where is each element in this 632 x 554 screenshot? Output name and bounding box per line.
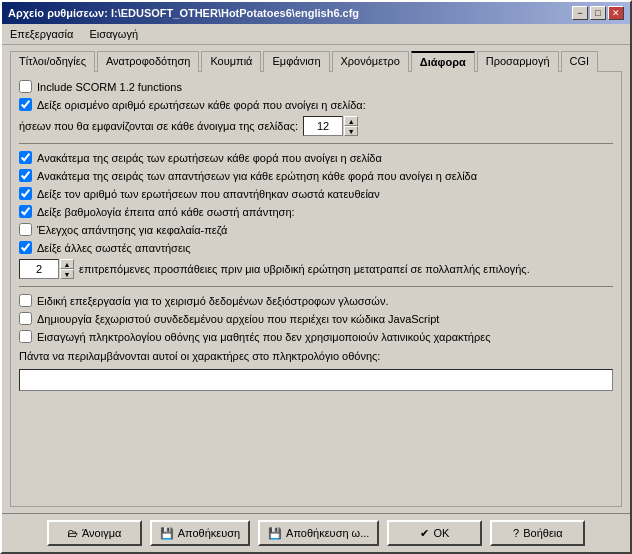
create-linked-label: Δημιουργία ξεχωριστού συνδεδεμένου αρχεί… (37, 313, 439, 325)
special-processing-checkbox[interactable] (19, 294, 32, 307)
open-button[interactable]: 🗁 Άνοιγμα (47, 520, 142, 546)
open-label: Άνοιγμα (82, 527, 121, 539)
tab-titles[interactable]: Τίτλοι/οδηγίες (10, 51, 95, 72)
scorm-label: Include SCORM 1.2 functions (37, 81, 182, 93)
bottom-bar: 🗁 Άνοιγμα 💾 Αποθήκευση 💾 Αποθήκευση ω...… (2, 513, 630, 552)
insert-keyboard-checkbox[interactable] (19, 330, 32, 343)
keyboard-chars-label: Πάντα να περιλαμβάνονται αυτοί οι χαρακτ… (19, 350, 613, 362)
tries-spin-buttons: ▲ ▼ (60, 259, 74, 279)
content-area: Τίτλοι/οδηγίες Ανατροφοδότηση Κουμπιά Εμ… (2, 45, 630, 513)
random-order-label: Ανακάτεμα της σειράς των ερωτήσεων κάθε … (37, 152, 382, 164)
show-score-row: Δείξε βαθμολογία έπειτα από κάθε σωστή α… (19, 205, 613, 218)
save-button[interactable]: 💾 Αποθήκευση (150, 520, 250, 546)
create-linked-checkbox[interactable] (19, 312, 32, 325)
main-window: Αρχείο ρυθμίσεων: I:\EDUSOFT_OTHER\HotPo… (0, 0, 632, 554)
menu-insert[interactable]: Εισαγωγή (85, 26, 142, 42)
questions-per-page-row: ήσεων που θα εμφανίζονται σε κάθε άνοιγμ… (19, 116, 613, 136)
show-defined-row: Δείξε ορισμένο αριθμό ερωτήσεων κάθε φορ… (19, 98, 613, 111)
check-case-checkbox[interactable] (19, 223, 32, 236)
save-as-button[interactable]: 💾 Αποθήκευση ω... (258, 520, 379, 546)
ok-label: OK (433, 527, 449, 539)
random-answers-row: Ανακάτεμα της σειράς των απαντήσεων για … (19, 169, 613, 182)
menu-bar: Επεξεργασία Εισαγωγή (2, 24, 630, 45)
tries-row: ▲ ▼ επιτρεπόμενες προσπάθειες πριν μια υ… (19, 259, 613, 279)
tab-feedback[interactable]: Ανατροφοδότηση (97, 51, 199, 72)
title-bar: Αρχείο ρυθμίσεων: I:\EDUSOFT_OTHER\HotPo… (2, 2, 630, 24)
divider-1 (19, 143, 613, 144)
random-answers-label: Ανακάτεμα της σειράς των απαντήσεων για … (37, 170, 477, 182)
scorm-checkbox[interactable] (19, 80, 32, 93)
maximize-button[interactable]: □ (590, 6, 606, 20)
close-button[interactable]: ✕ (608, 6, 624, 20)
insert-keyboard-label: Εισαγωγή πληκτρολογίου οθόνης για μαθητέ… (37, 331, 490, 343)
show-other-row: Δείξε άλλες σωστές απαντήσεις (19, 241, 613, 254)
show-correct-label: Δείξε τον αριθμό των ερωτήσεων που απαντ… (37, 188, 380, 200)
questions-spin-up[interactable]: ▲ (344, 116, 358, 126)
window-title: Αρχείο ρυθμίσεων: I:\EDUSOFT_OTHER\HotPo… (8, 7, 359, 19)
check-case-row: Έλεγχος απάντησης για κεφαλαία-πεζά (19, 223, 613, 236)
help-label: Βοήθεια (523, 527, 562, 539)
ok-icon: ✔ (420, 527, 429, 540)
save-icon: 💾 (160, 527, 174, 540)
tries-spinbox: ▲ ▼ (19, 259, 74, 279)
questions-spin-buttons: ▲ ▼ (344, 116, 358, 136)
ok-button[interactable]: ✔ OK (387, 520, 482, 546)
tab-customize[interactable]: Προσαρμογή (477, 51, 559, 72)
show-other-label: Δείξε άλλες σωστές απαντήσεις (37, 242, 191, 254)
special-processing-row: Ειδική επεξεργασία για το χειρισμό δεδομ… (19, 294, 613, 307)
show-defined-label: Δείξε ορισμένο αριθμό ερωτήσεων κάθε φορ… (37, 99, 366, 111)
show-score-label: Δείξε βαθμολογία έπειτα από κάθε σωστή α… (37, 206, 295, 218)
tab-bar: Τίτλοι/οδηγίες Ανατροφοδότηση Κουμπιά Εμ… (10, 51, 622, 72)
show-score-checkbox[interactable] (19, 205, 32, 218)
tries-spin-down[interactable]: ▼ (60, 269, 74, 279)
random-order-row: Ανακάτεμα της σειράς των ερωτήσεων κάθε … (19, 151, 613, 164)
help-icon: ? (513, 527, 519, 539)
minimize-button[interactable]: − (572, 6, 588, 20)
questions-spinbox: ▲ ▼ (303, 116, 358, 136)
tries-label: επιτρεπόμενες προσπάθειες πριν μια υβριδ… (79, 263, 530, 275)
divider-2 (19, 286, 613, 287)
tab-content-misc: Include SCORM 1.2 functions Δείξε ορισμέ… (10, 71, 622, 507)
open-icon: 🗁 (67, 527, 78, 539)
show-correct-row: Δείξε τον αριθμό των ερωτήσεων που απαντ… (19, 187, 613, 200)
tries-input[interactable] (19, 259, 59, 279)
random-answers-checkbox[interactable] (19, 169, 32, 182)
show-other-checkbox[interactable] (19, 241, 32, 254)
questions-input[interactable] (303, 116, 343, 136)
menu-edit[interactable]: Επεξεργασία (6, 26, 77, 42)
tries-spin-up[interactable]: ▲ (60, 259, 74, 269)
save-label: Αποθήκευση (178, 527, 240, 539)
tab-misc[interactable]: Διάφορα (411, 51, 475, 72)
title-bar-buttons: − □ ✕ (572, 6, 624, 20)
check-case-label: Έλεγχος απάντησης για κεφαλαία-πεζά (37, 224, 227, 236)
questions-spin-down[interactable]: ▼ (344, 126, 358, 136)
save-as-icon: 💾 (268, 527, 282, 540)
create-linked-row: Δημιουργία ξεχωριστού συνδεδεμένου αρχεί… (19, 312, 613, 325)
questions-per-page-prefix: ήσεων που θα εμφανίζονται σε κάθε άνοιγμ… (19, 120, 298, 132)
show-defined-checkbox[interactable] (19, 98, 32, 111)
keyboard-chars-input[interactable] (19, 369, 613, 391)
tab-buttons[interactable]: Κουμπιά (201, 51, 261, 72)
special-processing-label: Ειδική επεξεργασία για το χειρισμό δεδομ… (37, 295, 388, 307)
help-button[interactable]: ? Βοήθεια (490, 520, 585, 546)
tab-cgi[interactable]: CGI (561, 51, 599, 72)
scorm-row: Include SCORM 1.2 functions (19, 80, 613, 93)
insert-keyboard-row: Εισαγωγή πληκτρολογίου οθόνης για μαθητέ… (19, 330, 613, 343)
save-as-label: Αποθήκευση ω... (286, 527, 369, 539)
tab-timer[interactable]: Χρονόμετρο (332, 51, 409, 72)
tab-appearance[interactable]: Εμφάνιση (263, 51, 329, 72)
random-order-checkbox[interactable] (19, 151, 32, 164)
show-correct-checkbox[interactable] (19, 187, 32, 200)
